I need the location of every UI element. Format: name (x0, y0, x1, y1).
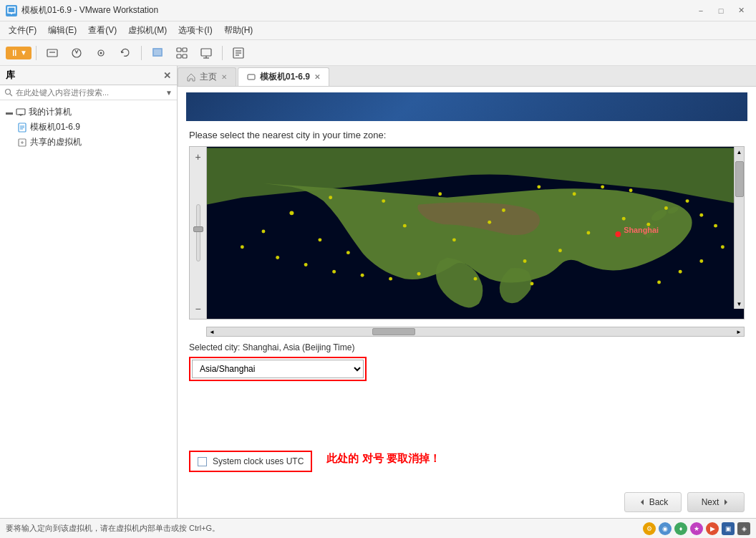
revert-button[interactable] (114, 43, 137, 63)
nav-buttons: Back Next (178, 486, 756, 518)
tree-root-item[interactable]: ▬ 我的计算机 (0, 105, 177, 120)
menubar: 文件(F) 编辑(E) 查看(V) 虚拟机(M) 选项卡(I) 帮助(H) (0, 21, 756, 40)
svg-marker-74 (641, 499, 644, 505)
taskbar-icon-6[interactable]: ▣ (722, 522, 735, 535)
svg-point-44 (558, 249, 562, 252)
taskbar-icon-2[interactable]: ◉ (659, 522, 672, 535)
zoom-out-button[interactable]: − (191, 302, 205, 316)
tab-home[interactable]: 主页 ✕ (178, 67, 236, 86)
back-button[interactable]: Back (624, 492, 682, 512)
tab-vm-label: 模板机01-6.9 (260, 71, 310, 83)
svg-point-39 (452, 238, 456, 241)
vm-file-icon (17, 123, 27, 133)
next-label: Next (702, 497, 719, 507)
scrollbar-thumb-v[interactable] (735, 161, 744, 197)
shared-vm-icon (17, 138, 27, 148)
svg-rect-3 (47, 49, 57, 57)
app-icon (6, 5, 17, 16)
map-scrollbar-vertical[interactable]: ▲ ▼ (734, 147, 744, 309)
svg-rect-14 (201, 49, 211, 56)
svg-point-70 (601, 185, 604, 188)
vm-content: Please select the nearest city in your t… (178, 87, 756, 518)
taskbar-icon-3[interactable]: ♦ (674, 522, 687, 535)
tree-root-label: 我的计算机 (29, 106, 72, 118)
timezone-select[interactable]: Asia/Shanghai (192, 360, 364, 378)
taskbar-icon-4[interactable]: ★ (690, 522, 703, 535)
close-button[interactable]: ✕ (732, 3, 750, 19)
toolbar: ⏸ ▼ (0, 40, 756, 66)
timezone-wrapper: Asia/Shanghai (189, 357, 745, 390)
maximize-button[interactable]: □ (712, 3, 730, 19)
content-area: 主页 ✕ 模板机01-6.9 ✕ Please select the neare… (178, 66, 756, 518)
search-input[interactable] (16, 88, 163, 97)
titlebar: 模板机01-6.9 - VMware Workstation − □ ✕ (0, 0, 756, 21)
scrollbar-thumb-h[interactable] (372, 328, 415, 335)
installer-body: Please select the nearest city in your t… (178, 121, 756, 486)
sidebar-search-bar[interactable]: ▼ (0, 85, 177, 100)
taskbar-icon-5[interactable]: ▶ (706, 522, 719, 535)
sidebar: 库 ✕ ▼ ▬ 我的计算机 模板机01-6.9 共享的虚拟机 (0, 66, 178, 518)
scrollbar-down-arrow[interactable]: ▼ (735, 299, 744, 309)
zoom-in-button[interactable]: + (191, 150, 205, 164)
menu-file[interactable]: 文件(F) (3, 22, 42, 39)
svg-rect-23 (16, 109, 25, 115)
timezone-select-border: Asia/Shanghai (189, 357, 367, 381)
back-label: Back (649, 497, 669, 507)
scrollbar-left-arrow[interactable]: ◄ (207, 327, 217, 337)
svg-point-57 (346, 251, 350, 254)
taskbar-icon-7[interactable]: ◈ (737, 522, 750, 535)
map-scrollbar-horizontal[interactable]: ◄ ► (206, 327, 745, 337)
unity-button[interactable] (170, 43, 193, 63)
svg-point-43 (530, 282, 533, 286)
svg-rect-9 (154, 49, 161, 55)
svg-point-21 (6, 90, 11, 95)
next-button[interactable]: Next (687, 492, 745, 512)
utc-checkbox[interactable] (198, 457, 207, 466)
statusbar: 要将输入定向到该虚拟机，请在虚拟机内部单击或按 Ctrl+G。 ⚙ ◉ ♦ ★ … (0, 518, 756, 538)
minimize-button[interactable]: − (692, 3, 710, 19)
svg-point-68 (537, 185, 541, 188)
search-dropdown-icon[interactable]: ▼ (165, 89, 173, 97)
settings-button[interactable] (227, 43, 250, 63)
window-title: 模板机01-6.9 - VMware Workstation (21, 4, 158, 16)
svg-point-45 (586, 231, 590, 235)
svg-point-53 (699, 259, 703, 263)
taskbar-icon-1[interactable]: ⚙ (643, 522, 656, 535)
world-map-svg: Shanghai (207, 147, 744, 319)
scrollbar-right-arrow[interactable]: ► (734, 327, 744, 337)
utc-annotation: 此处的 对号 要取消掉！ (326, 452, 440, 466)
svg-text:Shanghai: Shanghai (624, 226, 659, 234)
svg-point-71 (629, 188, 633, 192)
menu-vm[interactable]: 虚拟机(M) (122, 22, 173, 39)
map-wrapper[interactable]: Shanghai ▲ ▼ (206, 146, 745, 320)
sidebar-tree: ▬ 我的计算机 模板机01-6.9 共享的虚拟机 (0, 100, 177, 518)
svg-rect-10 (177, 48, 181, 52)
tree-vm-item[interactable]: 模板机01-6.9 (0, 120, 177, 135)
fullscreen-button[interactable] (146, 43, 169, 63)
svg-point-65 (389, 277, 392, 281)
scrollbar-up-arrow[interactable]: ▲ (735, 147, 744, 157)
menu-edit[interactable]: 编辑(E) (42, 22, 82, 39)
tree-shared-item[interactable]: 共享的虚拟机 (0, 135, 177, 150)
search-icon (4, 88, 13, 97)
pause-button[interactable]: ⏸ ▼ (6, 47, 32, 59)
tab-home-label: 主页 (200, 71, 217, 83)
status-text: 要将输入定向到该虚拟机，请在虚拟机内部单击或按 Ctrl+G。 (6, 523, 220, 534)
zoom-slider[interactable] (196, 164, 200, 302)
svg-rect-13 (183, 54, 187, 58)
svg-point-48 (664, 206, 668, 210)
tree-shared-label: 共享的虚拟机 (30, 136, 82, 148)
tab-home-close[interactable]: ✕ (221, 73, 227, 81)
snapshot-button[interactable] (89, 43, 112, 63)
tab-vm-close[interactable]: ✕ (314, 73, 320, 81)
svg-rect-11 (183, 48, 187, 52)
sidebar-close-icon[interactable]: ✕ (163, 70, 171, 81)
tab-vm[interactable]: 模板机01-6.9 ✕ (238, 67, 329, 86)
svg-point-37 (382, 199, 385, 203)
menu-view[interactable]: 查看(V) (82, 22, 122, 39)
menu-tabs[interactable]: 选项卡(I) (173, 22, 218, 39)
power-button[interactable] (65, 43, 88, 63)
send-to-button[interactable] (41, 43, 64, 63)
view-button[interactable] (195, 43, 218, 63)
menu-help[interactable]: 帮助(H) (218, 22, 259, 39)
